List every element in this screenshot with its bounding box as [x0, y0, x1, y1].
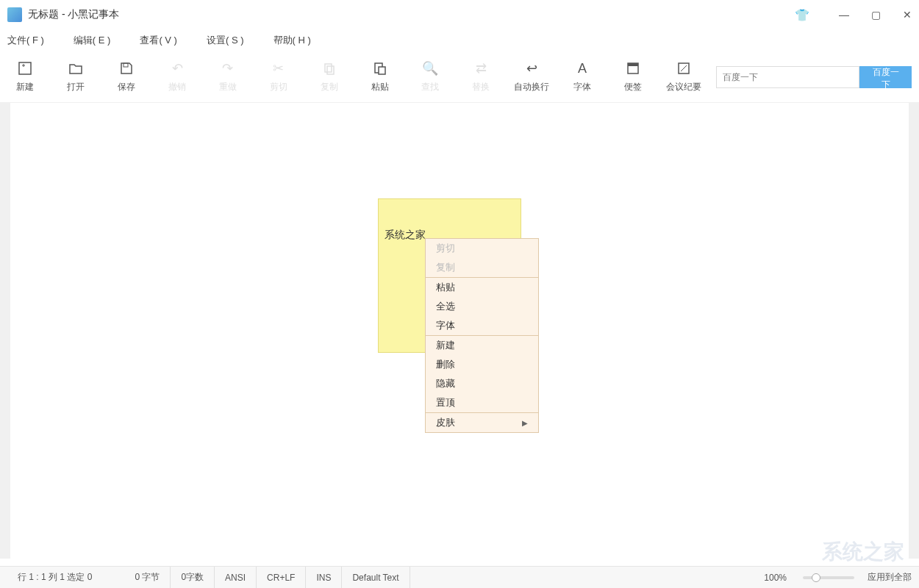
- paste-label: 粘贴: [371, 81, 389, 93]
- copy-label: 复制: [321, 81, 338, 93]
- save-icon: [118, 60, 135, 76]
- app-icon: [7, 7, 22, 22]
- open-button[interactable]: 打开: [58, 60, 94, 93]
- sticky-note-text: 系统之家: [385, 229, 426, 240]
- menu-file[interactable]: 文件( F ): [7, 34, 44, 47]
- zoom-thumb[interactable]: [812, 573, 820, 582]
- status-encoding[interactable]: ANSI: [215, 567, 257, 588]
- ctx-copy: 复制: [426, 258, 538, 277]
- replace-icon: ⇄: [473, 60, 489, 76]
- ctx-top[interactable]: 置顶: [426, 393, 538, 412]
- undo-button[interactable]: ↶ 撤销: [160, 60, 196, 93]
- meeting-notes-button[interactable]: 会议纪要: [665, 60, 701, 93]
- menu-edit[interactable]: 编辑( E ): [74, 34, 111, 47]
- new-button[interactable]: 新建: [7, 60, 43, 93]
- ctx-new[interactable]: 新建: [426, 336, 538, 355]
- search-input[interactable]: [716, 66, 859, 88]
- redo-icon: ↷: [220, 60, 236, 76]
- ctx-delete[interactable]: 删除: [426, 355, 538, 374]
- zoom-slider[interactable]: [803, 576, 854, 579]
- status-bytes: 0 字节: [124, 567, 171, 588]
- status-syntax[interactable]: Default Text: [342, 567, 410, 588]
- status-position: 行 1 : 1 列 1 选定 0: [7, 567, 102, 588]
- svg-rect-4: [325, 64, 332, 72]
- menu-settings[interactable]: 设置( S ): [207, 34, 244, 47]
- find-label: 查找: [421, 81, 439, 93]
- wrap-button[interactable]: ↩ 自动换行: [514, 60, 550, 93]
- font-icon: A: [574, 60, 590, 76]
- open-label: 打开: [67, 81, 85, 93]
- status-chars: 0字数: [171, 567, 215, 588]
- window-title: 无标题 - 小黑记事本: [28, 8, 795, 21]
- sticky-label: 便签: [624, 81, 642, 93]
- minimize-button[interactable]: —: [839, 9, 849, 21]
- theme-icon[interactable]: 👕: [795, 8, 809, 22]
- svg-line-11: [681, 65, 687, 71]
- menu-bar: 文件( F ) 编辑( E ) 查看( V ) 设置( S ) 帮助( H ): [0, 29, 919, 51]
- ctx-paste[interactable]: 粘贴: [426, 278, 538, 297]
- svg-rect-5: [327, 66, 334, 74]
- context-menu: 剪切 复制 粘贴 全选 字体 新建 删除 隐藏 置顶 皮肤▶: [425, 238, 539, 433]
- cut-icon: ✂: [271, 60, 287, 76]
- status-bar: 行 1 : 1 列 1 选定 0 0 字节 0字数 ANSI CR+LF INS…: [0, 566, 919, 588]
- ctx-cut: 剪切: [426, 239, 538, 258]
- maximize-button[interactable]: ▢: [871, 9, 881, 21]
- ctx-font[interactable]: 字体: [426, 316, 538, 335]
- status-eol[interactable]: CR+LF: [257, 567, 306, 588]
- find-icon: 🔍: [422, 60, 438, 76]
- replace-label: 替换: [472, 81, 490, 93]
- meeting-icon: [676, 60, 692, 76]
- new-icon: [17, 60, 33, 76]
- paste-button[interactable]: 粘贴: [362, 60, 398, 93]
- ctx-skin[interactable]: 皮肤▶: [426, 413, 538, 432]
- search-box: 百度一下: [716, 66, 912, 88]
- window-controls: — ▢ ✕: [839, 9, 912, 21]
- menu-help[interactable]: 帮助( H ): [273, 34, 311, 47]
- cut-button[interactable]: ✂ 剪切: [260, 60, 296, 93]
- title-bar: 无标题 - 小黑记事本 👕 — ▢ ✕: [0, 0, 919, 29]
- open-icon: [68, 60, 84, 76]
- new-label: 新建: [16, 81, 34, 93]
- replace-button[interactable]: ⇄ 替换: [463, 60, 499, 93]
- redo-button[interactable]: ↷ 重做: [210, 60, 246, 93]
- find-button[interactable]: 🔍 查找: [412, 60, 448, 93]
- copy-icon: [321, 60, 337, 76]
- sticky-button[interactable]: 便签: [615, 60, 651, 93]
- sticky-icon: [625, 60, 641, 76]
- ctx-hide[interactable]: 隐藏: [426, 374, 538, 393]
- wrap-label: 自动换行: [514, 81, 549, 93]
- menu-view[interactable]: 查看( V ): [140, 34, 177, 47]
- chevron-right-icon: ▶: [522, 419, 528, 427]
- status-apply-all[interactable]: 应用到全部: [868, 571, 912, 584]
- svg-rect-9: [628, 63, 638, 66]
- toolbar: 新建 打开 保存 ↶ 撤销 ↷ 重做 ✂ 剪切 复制 粘贴 🔍 查找 ⇄ 替换 …: [0, 51, 919, 103]
- ctx-select-all[interactable]: 全选: [426, 297, 538, 316]
- close-button[interactable]: ✕: [903, 9, 912, 21]
- svg-rect-0: [19, 62, 31, 74]
- font-label: 字体: [573, 81, 591, 93]
- status-mode[interactable]: INS: [306, 567, 342, 588]
- undo-label: 撤销: [168, 81, 186, 93]
- wrap-icon: ↩: [523, 60, 540, 76]
- meeting-label: 会议纪要: [666, 81, 701, 93]
- copy-button[interactable]: 复制: [311, 60, 347, 93]
- cut-label: 剪切: [270, 81, 287, 93]
- redo-label: 重做: [219, 81, 237, 93]
- editor-area[interactable]: 系统之家 剪切 复制 粘贴 全选 字体 新建 删除 隐藏 置顶 皮肤▶: [0, 103, 919, 559]
- save-label: 保存: [118, 81, 135, 93]
- paste-icon: [372, 60, 388, 76]
- svg-rect-7: [379, 67, 385, 74]
- status-zoom[interactable]: 100%: [754, 567, 797, 588]
- undo-icon: ↶: [169, 60, 185, 76]
- font-button[interactable]: A 字体: [565, 60, 601, 93]
- save-button[interactable]: 保存: [109, 60, 145, 93]
- search-button[interactable]: 百度一下: [859, 66, 912, 88]
